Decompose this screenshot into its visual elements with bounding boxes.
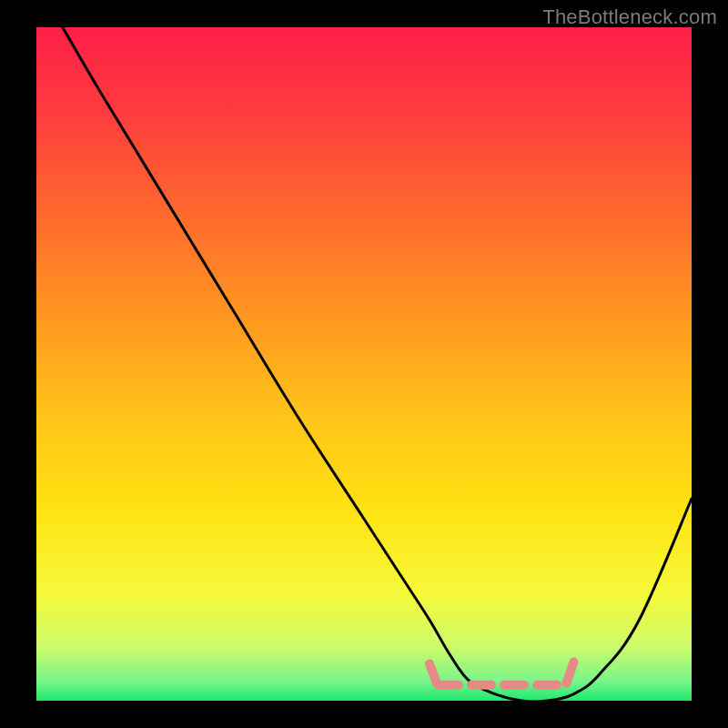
svg-rect-0: [36, 27, 692, 701]
chart-frame: TheBottleneck.com: [0, 0, 728, 728]
watermark-text: TheBottleneck.com: [542, 5, 717, 29]
plot-area: [36, 27, 692, 701]
chart-svg: [36, 27, 692, 701]
